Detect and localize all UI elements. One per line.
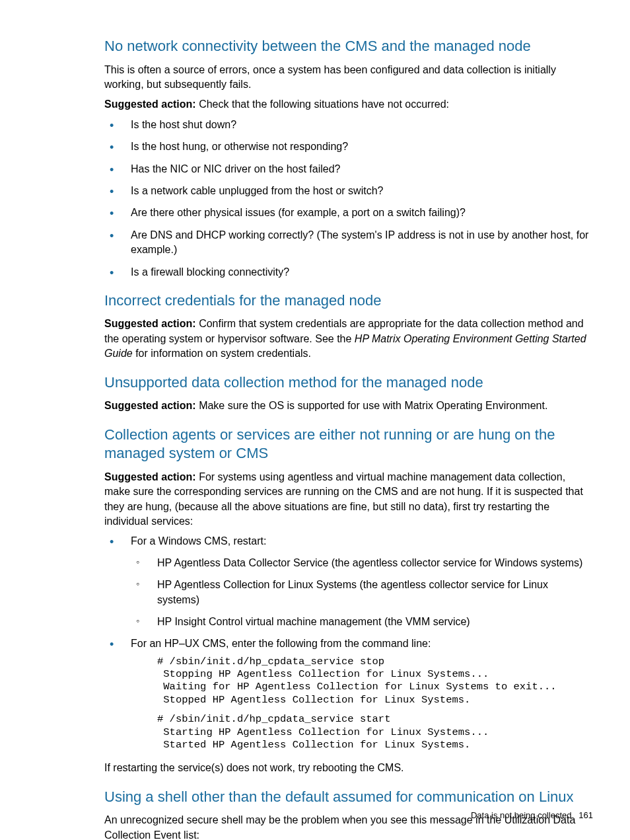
section-network-connectivity: No network connectivity between the CMS …	[104, 37, 593, 280]
heading: Incorrect credentials for the managed no…	[104, 291, 593, 311]
section-collection-agents: Collection agents or services are either…	[104, 426, 593, 776]
suggested-action: Suggested action: Check that the followi…	[104, 97, 593, 112]
footer-page-number: 161	[578, 810, 593, 820]
closing-paragraph: If restarting the service(s) does not wo…	[104, 761, 593, 775]
heading: Using a shell other than the default ass…	[104, 788, 593, 807]
inner-bullet-list: HP Agentless Data Collector Service (the…	[131, 556, 593, 630]
list-item: HP Agentless Data Collector Service (the…	[131, 556, 593, 570]
action-text: Check that the following situations have…	[196, 98, 449, 110]
list-item-text: For an HP–UX CMS, enter the following fr…	[131, 638, 431, 649]
intro-paragraph: This is often a source of errors, once a…	[104, 63, 593, 93]
list-item: Are there other physical issues (for exa…	[104, 206, 593, 220]
suggested-action: Suggested action: Confirm that system cr…	[104, 317, 593, 361]
document-page: No network connectivity between the CMS …	[0, 0, 630, 840]
heading: Unsupported data collection method for t…	[104, 373, 593, 393]
list-item-text: For a Windows CMS, restart:	[131, 535, 266, 547]
list-item: HP Insight Control virtual machine manag…	[131, 615, 593, 629]
action-label: Suggested action:	[104, 400, 196, 411]
list-item: HP Agentless Collection for Linux System…	[131, 578, 593, 607]
list-item: Has the NIC or NIC driver on the host fa…	[104, 162, 593, 176]
section-unsupported-method: Unsupported data collection method for t…	[104, 373, 593, 414]
list-item: For an HP–UX CMS, enter the following fr…	[104, 636, 593, 751]
list-item: Are DNS and DHCP working correctly? (The…	[104, 228, 593, 258]
heading: Collection agents or services are either…	[104, 426, 593, 463]
section-incorrect-credentials: Incorrect credentials for the managed no…	[104, 291, 593, 362]
bullet-list: For a Windows CMS, restart: HP Agentless…	[104, 534, 593, 751]
list-item: Is the host hung, or otherwise not respo…	[104, 139, 593, 154]
list-item: Is the host shut down?	[104, 118, 593, 132]
action-label: Suggested action:	[104, 98, 196, 110]
list-item: For a Windows CMS, restart: HP Agentless…	[104, 534, 593, 629]
action-label: Suggested action:	[104, 471, 196, 482]
list-item: Is a network cable unplugged from the ho…	[104, 184, 593, 198]
action-label: Suggested action:	[104, 318, 196, 329]
code-block: # /sbin/init.d/hp_cpdata_service stop St…	[157, 656, 593, 707]
suggested-action: Suggested action: For systems using agen…	[104, 470, 593, 529]
action-text-p2: for information on system credentials.	[133, 348, 311, 359]
list-item: Is a firewall blocking connectivity?	[104, 265, 593, 280]
heading: No network connectivity between the CMS …	[104, 37, 593, 56]
footer-title: Data is not being collected	[471, 810, 571, 820]
action-text: Make sure the OS is supported for use wi…	[196, 400, 548, 411]
suggested-action: Suggested action: Make sure the OS is su…	[104, 399, 593, 413]
page-footer: Data is not being collected 161	[471, 810, 593, 820]
bullet-list: Is the host shut down? Is the host hung,…	[104, 118, 593, 280]
code-block: # /sbin/init.d/hp_cpdata_service start S…	[157, 713, 593, 751]
